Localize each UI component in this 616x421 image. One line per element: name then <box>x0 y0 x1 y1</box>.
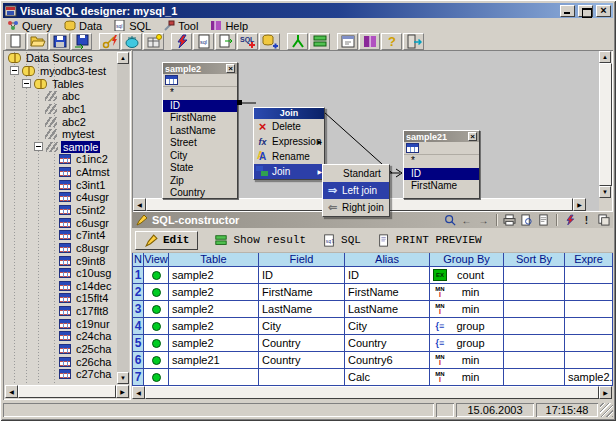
scroll-right-icon[interactable] <box>573 198 586 211</box>
col-alias[interactable]: Alias <box>345 253 430 266</box>
tree-item-column[interactable]: c19nur <box>5 317 117 330</box>
tab-show-result[interactable]: Show result <box>214 234 306 247</box>
table-window-sample2[interactable]: sample2 × * ID FirstName LastName Street… <box>162 62 238 199</box>
submenu-item-standart[interactable]: Standart <box>323 165 389 182</box>
menu-item-join[interactable]: Join <box>254 164 324 179</box>
tab-print-preview[interactable]: PRINT PREVIEW <box>377 234 482 247</box>
add-table-button[interactable] <box>259 33 280 50</box>
tree-item-abc[interactable]: abc <box>5 90 117 103</box>
tree-item-column[interactable]: c9int8 <box>5 254 117 267</box>
tree-item-data-sources[interactable]: Data Sources <box>5 52 117 65</box>
field-row[interactable]: Zip <box>163 175 237 188</box>
title-bar[interactable]: Visual SQL designer: mysql_1 <box>3 3 613 18</box>
field-row-selected[interactable]: ID <box>163 100 237 113</box>
sql-document-button[interactable]: sql <box>193 33 214 50</box>
result-list-button[interactable] <box>309 33 330 50</box>
properties-button[interactable] <box>337 33 358 50</box>
open-button[interactable] <box>27 33 48 50</box>
col-view[interactable]: View <box>144 253 169 266</box>
submenu-item-right-join[interactable]: Right join <box>323 199 389 216</box>
diagram-vertical-scrollbar[interactable] <box>599 51 612 198</box>
scrollbar-thumb[interactable] <box>18 385 116 398</box>
tree-item-abc1[interactable]: abc1 <box>5 103 117 116</box>
tree-item-column[interactable]: c4usgr <box>5 191 117 204</box>
scroll-right-icon[interactable] <box>116 385 129 398</box>
menu-data[interactable]: Data <box>64 20 102 32</box>
tree-item-column[interactable]: c26cha <box>5 355 117 368</box>
field-row[interactable]: LastName <box>163 125 237 138</box>
copy-icon[interactable] <box>597 214 610 226</box>
scroll-down-icon[interactable] <box>117 372 129 384</box>
menu-sql[interactable]: sql SQL <box>114 20 151 32</box>
field-row[interactable]: FirstName <box>404 180 479 193</box>
collapse-toggle[interactable] <box>34 142 43 151</box>
forward-arrow-icon[interactable] <box>477 214 490 226</box>
tree-item-sample[interactable]: sample <box>5 140 117 153</box>
tree-item-column[interactable]: c10usg <box>5 267 117 280</box>
tree-item-column[interactable]: c5int2 <box>5 204 117 217</box>
grid-horizontal-scrollbar[interactable] <box>132 386 612 399</box>
execute-icon[interactable] <box>563 214 576 226</box>
new-table-button[interactable] <box>143 33 164 50</box>
save-button[interactable] <box>49 33 70 50</box>
field-row[interactable]: * <box>163 87 237 100</box>
export-document-button[interactable] <box>215 33 236 50</box>
close-icon[interactable]: × <box>468 132 477 141</box>
maximize-button[interactable] <box>578 5 593 17</box>
tree-item-column[interactable]: c14dec <box>5 280 117 293</box>
tree-item-mytest[interactable]: mytest <box>5 128 117 141</box>
col-table[interactable]: Table <box>169 253 259 266</box>
tree-item-column[interactable]: c3int1 <box>5 178 117 191</box>
col-sort-by[interactable]: Sort By <box>504 253 565 266</box>
table-window-sample21[interactable]: sample21 × * ID FirstName <box>403 130 480 199</box>
add-sql-button[interactable]: SQL <box>237 33 258 50</box>
save-as-button[interactable] <box>71 33 92 50</box>
scrollbar-thumb[interactable] <box>599 63 612 186</box>
print-preview-icon[interactable] <box>520 214 533 226</box>
submenu-item-left-join[interactable]: Left join <box>323 182 389 199</box>
resize-grip[interactable] <box>600 403 613 417</box>
field-row[interactable]: Country <box>163 187 237 199</box>
scroll-right-icon[interactable] <box>599 386 612 399</box>
menu-item-expression[interactable]: Expression <box>254 134 324 149</box>
tree-item-column[interactable]: c7int4 <box>5 229 117 242</box>
scrollbar-thumb[interactable] <box>145 386 599 399</box>
field-row[interactable]: Street <box>163 137 237 150</box>
col-group-by[interactable]: Group By <box>430 253 504 266</box>
table-titlebar[interactable]: sample21 × <box>404 131 479 142</box>
connect-db-button[interactable] <box>99 33 120 50</box>
menu-help[interactable]: Help <box>210 20 248 32</box>
tree-item-abc2[interactable]: abc2 <box>5 115 117 128</box>
field-row[interactable]: City <box>163 150 237 163</box>
tree-item-column[interactable]: c8usgr <box>5 242 117 255</box>
table-titlebar[interactable]: sample2 × <box>163 63 237 74</box>
tree-item-myodbc3-test[interactable]: myodbc3-test <box>5 65 117 78</box>
tree-item-column[interactable]: c24cha <box>5 330 117 343</box>
menu-tool[interactable]: Tool <box>163 20 198 32</box>
tab-sql[interactable]: sql SQL <box>322 234 361 247</box>
col-field[interactable]: Field <box>259 253 345 266</box>
back-arrow-icon[interactable] <box>460 214 473 226</box>
scroll-left-icon[interactable] <box>133 198 146 211</box>
tab-edit[interactable]: Edit <box>135 231 198 250</box>
refresh-db-button[interactable] <box>121 33 142 50</box>
field-row[interactable]: FirstName <box>163 112 237 125</box>
tree-vertical-scrollbar[interactable] <box>117 52 129 384</box>
tree-item-column[interactable]: c17flt8 <box>5 305 117 318</box>
tree-item-tables[interactable]: Tables <box>5 77 117 90</box>
menu-query[interactable]: Query <box>7 20 52 32</box>
field-row[interactable]: State <box>163 162 237 175</box>
tree-item-column[interactable]: c27cha <box>5 368 117 381</box>
new-button[interactable] <box>5 33 26 50</box>
exit-button[interactable] <box>403 33 424 50</box>
scroll-up-icon[interactable] <box>599 51 611 63</box>
col-n[interactable]: N <box>133 253 144 266</box>
page-setup-icon[interactable] <box>537 214 550 226</box>
tree-item-column[interactable]: c1inc2 <box>5 153 117 166</box>
fit-icon[interactable] <box>443 214 456 226</box>
scroll-left-icon[interactable] <box>132 386 145 399</box>
menu-item-rename[interactable]: Rename <box>254 149 324 164</box>
join-mode-button[interactable] <box>287 33 308 50</box>
minimize-button[interactable] <box>560 5 575 17</box>
collapse-toggle[interactable] <box>10 66 19 75</box>
